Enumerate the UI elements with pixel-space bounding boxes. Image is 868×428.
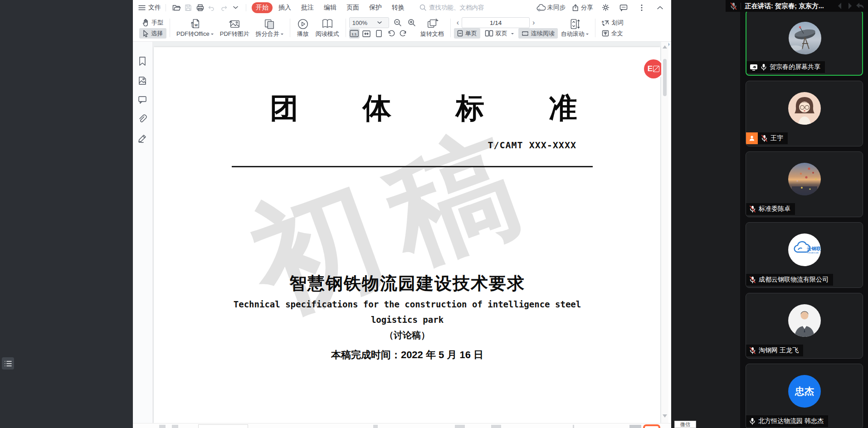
open-file-button[interactable] [171, 2, 182, 13]
tab-edit[interactable]: 编辑 [320, 2, 341, 13]
zoom-cluster: 100% 1:1 [349, 16, 417, 40]
quick-actions [171, 2, 241, 13]
tab-home[interactable]: 开始 [252, 2, 273, 13]
participant-label: 贺宗春的屏幕共享 [746, 61, 825, 73]
host-badge [746, 132, 758, 144]
dropdown-caret [281, 34, 283, 36]
continuous-read-button[interactable]: 连续阅读 [518, 28, 558, 39]
actual-size-button[interactable]: 1:1 [349, 29, 360, 39]
separator [246, 4, 246, 11]
scroll-up-arrow[interactable] [663, 45, 667, 49]
rotate-left-button[interactable] [386, 29, 396, 39]
attachments-panel-button[interactable] [138, 114, 148, 124]
participant-tile[interactable]: 淘钢网 王龙飞 [746, 293, 863, 359]
participant-tile[interactable]: 贺宗春的屏幕共享 [746, 10, 863, 76]
previous-page-button[interactable]: ‹ [454, 19, 462, 27]
print-button[interactable] [194, 2, 206, 13]
scroll-down-arrow[interactable] [663, 414, 667, 418]
participant-tile[interactable]: 王宇 [746, 81, 863, 146]
mic-muted-icon [730, 2, 737, 10]
speaking-banner: 正在讲话: 贺宗春; 京东方... [726, 0, 868, 12]
fit-width-icon [362, 30, 371, 37]
mic-on-icon [749, 418, 756, 425]
double-page-icon [485, 30, 493, 37]
feedback-button[interactable] [618, 2, 629, 13]
fit-width-button[interactable] [361, 29, 372, 39]
return-arrow-icon[interactable] [855, 1, 865, 10]
read-mode-button[interactable]: 阅读模式 [312, 16, 342, 40]
chevron-right-icon[interactable] [845, 1, 854, 10]
rotate-right-button[interactable] [398, 29, 409, 39]
select-tool-button[interactable]: 选择 [139, 28, 166, 39]
tab-protect[interactable]: 保护 [365, 2, 386, 13]
tab-comment[interactable]: 批注 [297, 2, 318, 13]
sync-status-button[interactable]: 未同步 [536, 4, 566, 12]
collapse-ribbon-button[interactable] [654, 2, 666, 13]
single-page-button[interactable]: 单页 [454, 28, 480, 39]
file-menu-button[interactable]: 文件 [138, 4, 161, 12]
word-translate-button[interactable]: a 划词 [599, 17, 627, 28]
read-mode-label: 阅读模式 [316, 30, 339, 38]
participant-tile[interactable]: 忠杰 北方恒达物流园 韩忠杰 [746, 364, 863, 428]
share-button[interactable]: 分享 [572, 4, 593, 12]
comments-panel-button[interactable] [138, 96, 148, 106]
pdf-to-office-button[interactable]: W PDF转Office [173, 16, 217, 40]
scrollbar-thumb[interactable] [663, 59, 667, 96]
images-panel-button[interactable] [138, 76, 148, 86]
translate-toggle-badge[interactable]: E [644, 59, 663, 78]
statusbar-icon[interactable] [455, 425, 465, 428]
pdf-to-image-button[interactable]: PDF转图片 [217, 16, 253, 40]
participant-label: 标准委陈卓 [746, 203, 795, 215]
rotate-document-button[interactable]: 旋转文档 [417, 16, 447, 40]
play-button[interactable]: 播放 [293, 16, 312, 40]
settings-button[interactable] [600, 2, 611, 13]
split-merge-label: 拆分合并 [256, 30, 279, 38]
select-tool-label: 选择 [151, 29, 163, 38]
participant-tile[interactable]: 云钢联 YUNGANGLIAN 成都云钢联物流有限公司 [746, 222, 863, 288]
chevron-left-icon[interactable] [835, 1, 844, 10]
more-quick-actions-button[interactable] [229, 2, 241, 13]
full-translate-label: 全文 [611, 29, 623, 38]
tab-insert[interactable]: 插入 [274, 2, 295, 13]
fit-page-button[interactable] [374, 29, 384, 39]
double-page-button[interactable]: 双页 [482, 28, 517, 39]
undo-button[interactable] [206, 2, 218, 13]
titlebar-right-cluster: 未同步 分享 [536, 2, 666, 13]
split-merge-button[interactable]: 拆分合并 [253, 16, 287, 40]
vertical-scrollbar[interactable] [661, 42, 668, 423]
statusbar-icon[interactable] [373, 425, 378, 428]
statusbar-icon[interactable] [629, 425, 641, 428]
save-button[interactable] [182, 2, 194, 13]
hand-tool-button[interactable]: 手型 [139, 17, 166, 28]
bookmarks-panel-button[interactable] [138, 56, 148, 66]
zoom-out-button[interactable] [393, 18, 403, 28]
participant-name: 王宇 [770, 134, 783, 142]
next-page-button[interactable]: › [530, 19, 537, 27]
search-input[interactable]: 查找功能、文档内容 [419, 4, 484, 12]
participant-label: 北方恒达物流园 韩忠杰 [746, 415, 828, 427]
zoom-level-select[interactable]: 100% [349, 17, 389, 28]
tab-page[interactable]: 页面 [342, 2, 363, 13]
statusbar-icon[interactable] [159, 425, 166, 428]
heading-rule [232, 166, 593, 167]
statusbar-icon[interactable] [172, 425, 178, 428]
statusbar-icon[interactable] [491, 425, 501, 428]
auto-scroll-button[interactable]: 自动滚动 [558, 16, 592, 40]
separator [450, 19, 451, 37]
floating-list-button[interactable] [2, 357, 14, 370]
full-translate-button[interactable]: 全文 [599, 28, 627, 39]
more-menu-button[interactable] [636, 2, 648, 13]
statusbar-page-box[interactable] [198, 424, 248, 428]
participant-label: 成都云钢联物流有限公司 [746, 274, 833, 286]
participant-tile[interactable]: 标准委陈卓 [746, 151, 863, 217]
document-viewport[interactable]: 初稿 团 体 标 准 T/CAMT XXX-XXXX 智慧钢铁物流园建设技术要求… [153, 42, 661, 423]
single-page-icon [457, 30, 463, 37]
doc-type-char: 团 [270, 89, 298, 128]
tab-convert[interactable]: 转换 [388, 2, 409, 13]
zoom-in-button[interactable] [407, 18, 417, 28]
pdf-page[interactable]: 初稿 团 体 标 准 T/CAMT XXX-XXXX 智慧钢铁物流园建设技术要求… [154, 47, 660, 423]
man-in-suit-avatar [788, 304, 821, 337]
redo-button[interactable] [218, 2, 229, 13]
signature-panel-button[interactable] [138, 134, 148, 144]
page-indicator-input[interactable]: 1/14 [462, 17, 530, 28]
